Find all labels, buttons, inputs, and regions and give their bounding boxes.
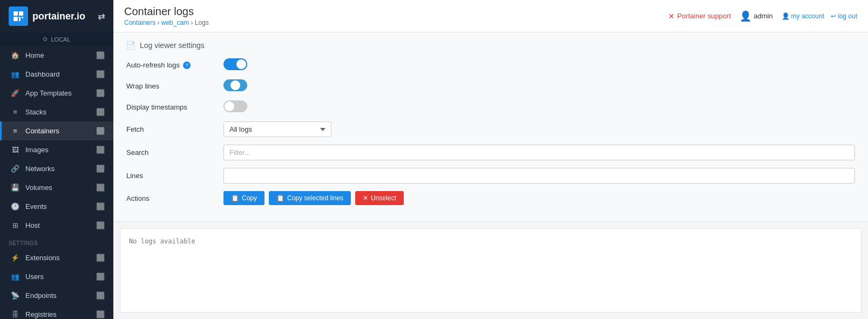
sidebar-item-label: Home — [25, 51, 44, 59]
main-content: Container logs Containers › web_cam › Lo… — [113, 0, 868, 319]
settings-panel-title: 📄 Log viewer settings — [126, 41, 855, 50]
support-icon: ✕ — [668, 12, 675, 21]
registries-nav-icon: ⬜ — [96, 310, 105, 318]
header-links: 👤 my account ↩ log out — [782, 12, 857, 20]
no-logs-text: No logs available — [129, 237, 195, 245]
sidebar-item-users[interactable]: 👥 Users ⬜ — [0, 267, 113, 286]
wrap-lines-control — [223, 79, 855, 93]
images-icon: 🖼 — [10, 146, 20, 154]
sidebar-item-stacks[interactable]: ≡ Stacks ⬜ — [0, 103, 113, 121]
svg-rect-2 — [13, 17, 18, 21]
document-icon: 📄 — [126, 41, 135, 50]
logout-icon: ↩ — [831, 12, 836, 20]
lines-input[interactable]: 100 — [223, 168, 855, 184]
unselect-icon: ✕ — [363, 194, 368, 202]
lines-label: Lines — [126, 172, 213, 180]
sidebar-item-label: Networks — [25, 165, 55, 173]
events-icon: 🕐 — [10, 202, 20, 211]
sidebar-item-dashboard[interactable]: 👥 Dashboard ⬜ — [0, 65, 113, 84]
log-out-link[interactable]: ↩ log out — [831, 12, 857, 20]
sidebar-item-registries[interactable]: 🗄 Registries ⬜ — [0, 305, 113, 319]
users-icon: 👥 — [10, 273, 20, 281]
extensions-nav-icon: ⬜ — [96, 254, 105, 262]
sidebar-item-label: Extensions — [25, 254, 60, 262]
support-link[interactable]: ✕ Portainer support — [668, 12, 731, 21]
sidebar-item-networks[interactable]: 🔗 Networks ⬜ — [0, 159, 113, 178]
sidebar-item-images[interactable]: 🖼 Images ⬜ — [0, 140, 113, 159]
home-nav-icon: ⬜ — [96, 51, 105, 59]
search-label: Search — [126, 148, 213, 157]
copy-icon: 📋 — [231, 194, 239, 202]
display-timestamps-row: Display timestamps — [126, 100, 855, 114]
sidebar-item-label: Images — [25, 146, 49, 154]
search-input[interactable] — [223, 145, 855, 160]
sidebar-item-host[interactable]: ⊞ Host ⬜ — [0, 216, 113, 235]
sidebar-item-extensions[interactable]: ⚡ Extensions ⬜ — [0, 248, 113, 267]
lines-control: 100 — [223, 168, 855, 184]
unselect-button[interactable]: ✕ Unselect — [355, 191, 404, 205]
auto-refresh-help-icon[interactable]: ? — [183, 62, 191, 69]
page-title: Container logs — [124, 5, 209, 18]
page-header: Container logs Containers › web_cam › Lo… — [113, 0, 868, 32]
containers-icon: ≡ — [10, 127, 20, 135]
actions-label: Actions — [126, 194, 213, 202]
auto-refresh-row: Auto-refresh logs ? — [126, 58, 855, 72]
actions-control: 📋 Copy 📋 Copy selected lines ✕ Unselect — [223, 191, 855, 205]
wrap-lines-toggle[interactable] — [223, 79, 247, 91]
users-nav-icon: ⬜ — [96, 273, 105, 281]
actions-buttons: 📋 Copy 📋 Copy selected lines ✕ Unselect — [223, 191, 855, 205]
my-account-link[interactable]: 👤 my account — [782, 12, 824, 20]
local-badge: ⊙ LOCAL — [0, 32, 113, 46]
fetch-select[interactable]: All logs Last 100 lines Last 500 lines L… — [223, 121, 331, 137]
sidebar-item-label: Containers — [25, 127, 59, 135]
app-templates-nav-icon: ⬜ — [96, 89, 105, 97]
auto-refresh-toggle[interactable] — [223, 58, 247, 70]
sidebar-item-events[interactable]: 🕐 Events ⬜ — [0, 197, 113, 216]
svg-rect-4 — [22, 17, 23, 18]
images-nav-icon: ⬜ — [96, 146, 105, 154]
sidebar-item-app-templates[interactable]: 🚀 App Templates ⬜ — [0, 84, 113, 103]
breadcrumb-containers[interactable]: Containers — [124, 19, 155, 26]
content-area: 📄 Log viewer settings Auto-refresh logs … — [113, 32, 868, 319]
sidebar-item-endpoints[interactable]: 📡 Endpoints ⬜ — [0, 286, 113, 305]
svg-rect-3 — [19, 17, 21, 21]
volumes-nav-icon: ⬜ — [96, 184, 105, 192]
header-left: Container logs Containers › web_cam › Lo… — [124, 5, 209, 26]
sidebar-item-label: Dashboard — [25, 70, 60, 78]
copy-button[interactable]: 📋 Copy — [223, 191, 265, 205]
sidebar-item-label: Users — [25, 273, 44, 281]
svg-rect-0 — [13, 11, 18, 16]
endpoints-nav-icon: ⬜ — [96, 291, 105, 300]
sidebar-item-containers[interactable]: ≡ Containers ⬜ — [0, 121, 113, 140]
sidebar-item-volumes[interactable]: 💾 Volumes ⬜ — [0, 178, 113, 197]
extensions-icon: ⚡ — [10, 254, 20, 262]
fetch-row: Fetch All logs Last 100 lines Last 500 l… — [126, 121, 855, 137]
fetch-label: Fetch — [126, 125, 213, 133]
logo-icon — [9, 6, 28, 26]
fetch-control: All logs Last 100 lines Last 500 lines L… — [223, 121, 855, 137]
sidebar-item-label: Host — [25, 221, 40, 229]
dashboard-icon: 👥 — [10, 70, 20, 78]
account-icon: 👤 — [782, 12, 790, 20]
settings-panel: 📄 Log viewer settings Auto-refresh logs … — [113, 32, 868, 222]
stacks-icon: ≡ — [10, 108, 20, 116]
breadcrumb-logs: Logs — [195, 19, 209, 26]
sidebar-toggle[interactable]: ⇄ — [98, 11, 105, 22]
copy-selected-icon: 📋 — [276, 194, 284, 202]
wrap-lines-label: Wrap lines — [126, 82, 213, 90]
volumes-icon: 💾 — [10, 184, 20, 192]
search-control — [223, 145, 855, 160]
copy-selected-button[interactable]: 📋 Copy selected lines — [269, 191, 351, 205]
settings-section-label: SETTINGS — [0, 235, 113, 248]
actions-row: Actions 📋 Copy 📋 Copy selected lines — [126, 191, 855, 205]
log-area[interactable]: No logs available — [120, 228, 862, 313]
svg-rect-1 — [19, 11, 23, 16]
display-timestamps-toggle[interactable] — [223, 100, 247, 112]
header-right: ✕ Portainer support 👤 admin 👤 my account… — [668, 10, 857, 22]
sidebar-item-label: Events — [25, 202, 47, 211]
sidebar-logo[interactable]: portainer.io ⇄ — [0, 0, 113, 32]
host-icon: ⊞ — [10, 221, 20, 229]
sidebar-item-home[interactable]: 🏠 Home ⬜ — [0, 46, 113, 65]
breadcrumb-web-cam[interactable]: web_cam — [161, 19, 189, 26]
display-timestamps-control — [223, 100, 855, 114]
